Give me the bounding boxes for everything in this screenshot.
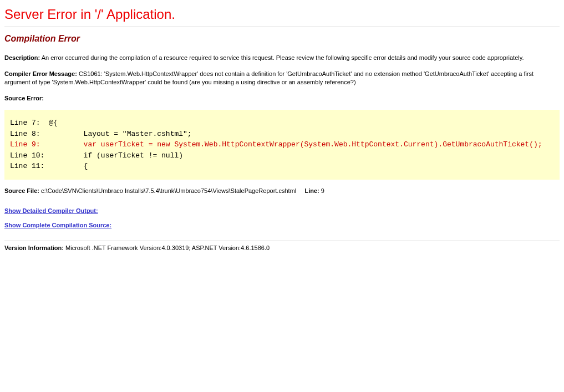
code-line: Line 9: var userTicket = new System.Web.… [10,139,554,150]
show-detailed-output-row: Show Detailed Compiler Output: [4,205,560,215]
source-error-label: Source Error: [4,95,44,101]
description-label: Description: [4,54,40,61]
source-file-line-label: Line: [304,187,319,194]
version-info-text: Microsoft .NET Framework Version:4.0.303… [65,245,270,251]
compiler-message-text: CS1061: 'System.Web.HttpContextWrapper' … [4,70,533,85]
error-heading: Compilation Error [4,34,560,44]
show-complete-source-row: Show Complete Compilation Source: [4,220,560,230]
show-detailed-output-link[interactable]: Show Detailed Compiler Output: [4,207,98,214]
version-info-row: Version Information: Microsoft .NET Fram… [4,245,560,251]
code-line: Line 8: Layout = "Master.cshtml"; [10,129,554,140]
divider-top [4,27,560,27]
code-line: Line 11: { [10,161,554,172]
source-error-code-block: Line 7: @{Line 8: Layout = "Master.cshtm… [4,110,560,180]
show-complete-source-link[interactable]: Show Complete Compilation Source: [4,222,111,228]
code-line: Line 7: @{ [10,118,554,129]
source-file-label: Source File: [4,187,39,194]
source-file-row: Source File: c:\Code\SVN\Clients\Umbraco… [4,187,560,194]
description-paragraph: Description: An error occurred during th… [4,54,560,62]
source-file-path: c:\Code\SVN\Clients\Umbraco Installs\7.5… [41,187,296,194]
description-text: An error occurred during the compilation… [42,54,524,61]
compiler-message-label: Compiler Error Message: [4,70,77,77]
source-error-label-row: Source Error: [4,94,560,103]
code-line: Line 10: if (userTicket != null) [10,150,554,161]
page-title: Server Error in '/' Application. [4,7,560,22]
version-info-label: Version Information: [4,245,64,251]
divider-bottom [4,241,560,241]
source-file-line-number: 9 [321,187,324,194]
compiler-message-paragraph: Compiler Error Message: CS1061: 'System.… [4,70,560,86]
